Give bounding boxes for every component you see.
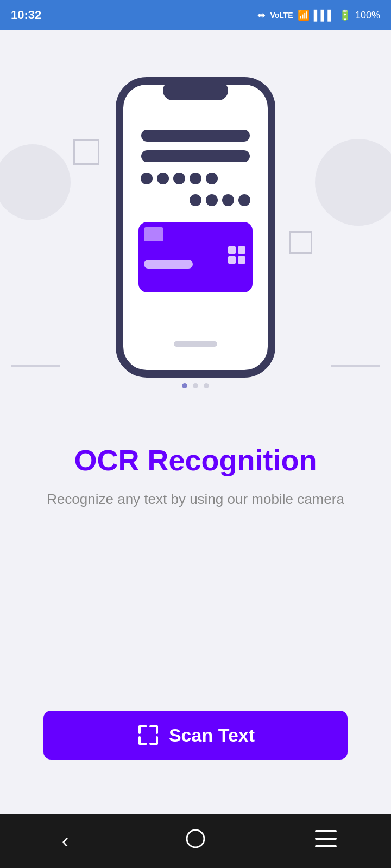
illustration-area	[0, 30, 391, 426]
status-icons: ⬌ VoLTE 📶 ▌▌▌ 🔋 100%	[257, 9, 380, 21]
main-content: OCR Recognition Recognize any text by us…	[0, 30, 391, 814]
volte-icon: VoLTE	[270, 11, 293, 20]
svg-point-9	[190, 194, 201, 206]
deco-circle-right	[315, 139, 391, 226]
deco-square-right	[289, 231, 312, 254]
svg-point-7	[190, 173, 201, 184]
svg-point-21	[187, 830, 204, 847]
svg-rect-1	[163, 81, 228, 100]
status-bar: 10:32 ⬌ VoLTE 📶 ▌▌▌ 🔋 100%	[0, 0, 391, 30]
deco-line-right	[331, 365, 380, 367]
wifi-icon: 📶	[298, 9, 310, 21]
status-time: 10:32	[11, 8, 41, 22]
svg-rect-24	[315, 845, 337, 847]
phone-illustration	[109, 75, 282, 381]
text-section: OCR Recognition Recognize any text by us…	[0, 426, 391, 510]
svg-point-4	[141, 173, 153, 184]
bottom-nav: ‹	[0, 814, 391, 868]
scan-button-label: Scan Text	[169, 725, 255, 746]
deco-line-left	[11, 365, 60, 367]
svg-point-8	[206, 173, 218, 184]
scan-button-area: Scan Text	[0, 711, 391, 760]
svg-point-5	[157, 173, 169, 184]
svg-rect-17	[238, 246, 245, 254]
menu-icon	[315, 830, 337, 852]
svg-rect-15	[144, 260, 193, 269]
battery-icon: 🔋	[339, 9, 351, 21]
menu-button[interactable]	[304, 825, 348, 857]
svg-point-12	[238, 194, 250, 206]
svg-point-10	[206, 194, 218, 206]
dot-1	[182, 383, 187, 388]
scan-text-button[interactable]: Scan Text	[43, 711, 348, 760]
main-title: OCR Recognition	[22, 443, 369, 478]
svg-point-11	[222, 194, 234, 206]
back-button[interactable]: ‹	[43, 825, 87, 857]
home-icon	[185, 828, 206, 854]
svg-rect-20	[174, 341, 217, 347]
dot-2	[193, 383, 198, 388]
bluetooth-icon: ⬌	[257, 9, 266, 21]
svg-rect-23	[315, 838, 337, 840]
deco-square-left	[73, 139, 99, 165]
dot-indicators	[182, 383, 209, 388]
dot-3	[204, 383, 209, 388]
svg-rect-19	[238, 256, 245, 264]
back-icon: ‹	[62, 829, 69, 853]
sub-text: Recognize any text by using our mobile c…	[22, 489, 369, 510]
signal-icon: ▌▌▌	[314, 10, 335, 21]
scan-corners-icon	[136, 723, 160, 747]
svg-rect-22	[315, 830, 337, 832]
svg-point-6	[173, 173, 185, 184]
home-button[interactable]	[174, 825, 217, 857]
svg-rect-2	[141, 130, 250, 142]
svg-rect-3	[141, 150, 250, 162]
deco-circle-left	[0, 144, 71, 220]
svg-rect-18	[228, 256, 236, 264]
svg-rect-14	[144, 227, 163, 241]
battery-percent: 100%	[355, 10, 380, 21]
svg-rect-16	[228, 246, 236, 254]
